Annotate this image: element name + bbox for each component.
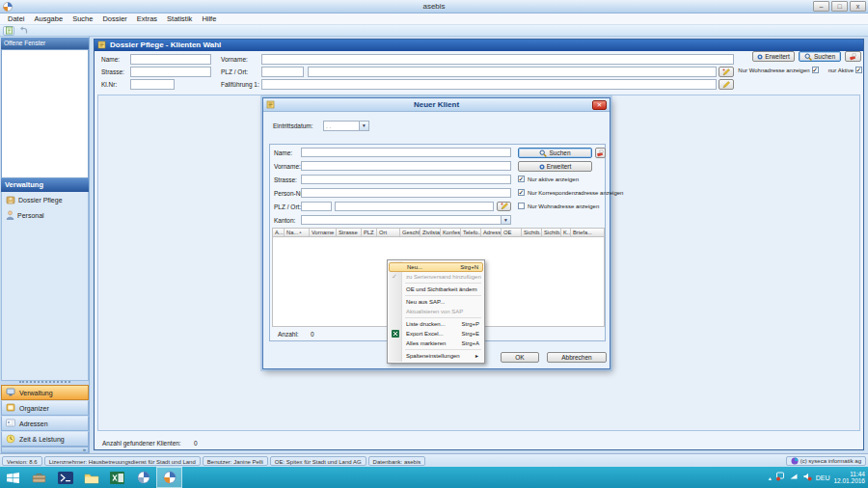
- check-icon: ✓: [519, 190, 525, 196]
- menu-hilfe[interactable]: Hilfe: [197, 14, 221, 23]
- column-header[interactable]: Geschl...: [400, 229, 420, 236]
- column-header[interactable]: Konfes...: [441, 229, 461, 236]
- column-header[interactable]: Vorname: [310, 229, 337, 236]
- checkbox-label: Nur Wohnadresse anzeigen: [528, 203, 599, 209]
- menu-item-spalteneinstellungen[interactable]: Spalteneinstellungen ►: [389, 351, 483, 361]
- menu-item-liste-drucken[interactable]: Liste drucken... Strg+P: [389, 319, 483, 329]
- tray-expand-icon[interactable]: ▴: [769, 474, 772, 481]
- nav-zeit-leistung[interactable]: Zeit & Leistung: [1, 431, 89, 447]
- menu-statistik[interactable]: Statistik: [162, 14, 197, 23]
- menu-item-aktualisieren-sap[interactable]: Aktualisieren von SAP: [389, 307, 483, 316]
- menu-dossier[interactable]: Dossier: [97, 14, 131, 23]
- tray-flag-icon[interactable]: [775, 472, 785, 483]
- menu-item-neu-aus-sap[interactable]: Neu aus SAP...: [389, 297, 483, 307]
- menu-item-serienversand[interactable]: ✓ zu Serienversand hinzufügen: [389, 272, 483, 282]
- abbrechen-button[interactable]: Abbrechen: [547, 352, 607, 363]
- tray-volume-icon[interactable]: [802, 472, 812, 483]
- nav-overflow-button[interactable]: »: [1, 447, 89, 453]
- sidebar-item-dossier-pflege[interactable]: Dossier Pflege: [2, 192, 88, 207]
- column-header[interactable]: Adress...: [481, 229, 502, 236]
- ok-button[interactable]: OK: [501, 352, 539, 363]
- dlg-vorname-input[interactable]: [301, 161, 511, 171]
- sidebar-item-personal[interactable]: Personal: [2, 207, 88, 223]
- dlg-wohnadresse-checkbox[interactable]: Nur Wohnadresse anzeigen: [518, 203, 599, 209]
- tray-network-icon[interactable]: [789, 472, 799, 483]
- menu-item-alles-markieren[interactable]: Alles markieren Strg+A: [389, 339, 483, 348]
- column-header[interactable]: Sichtb...: [522, 229, 542, 236]
- minimize-button[interactable]: –: [813, 1, 829, 12]
- column-header[interactable]: Telefo...: [461, 229, 481, 236]
- column-header[interactable]: K...: [561, 229, 571, 236]
- dialog-close-button[interactable]: ✕: [592, 100, 607, 110]
- dlg-ort-input[interactable]: [335, 202, 494, 211]
- sidebar-splitter[interactable]: [19, 381, 70, 383]
- column-header[interactable]: Ort: [377, 229, 400, 236]
- suchen-button[interactable]: Suchen: [799, 51, 841, 62]
- dlg-plz-input[interactable]: [301, 202, 332, 211]
- column-header[interactable]: Briefa...: [571, 229, 604, 236]
- column-header[interactable]: Strasse: [337, 229, 362, 236]
- dlg-plz-edit-button[interactable]: [497, 202, 511, 211]
- menu-extras[interactable]: Extras: [132, 14, 162, 23]
- column-header[interactable]: OE: [502, 229, 522, 236]
- menu-item-neu[interactable]: Neu... Strg+N: [389, 262, 483, 272]
- column-header[interactable]: A...: [273, 229, 285, 236]
- dlg-nur-aktive-checkbox[interactable]: ✓ Nur aktive anzeigen: [518, 176, 579, 182]
- maximize-button[interactable]: □: [831, 1, 848, 12]
- chevron-down-icon[interactable]: ▾: [501, 216, 510, 224]
- menu-suche[interactable]: Suche: [68, 14, 97, 23]
- language-indicator[interactable]: DEU: [816, 474, 830, 481]
- menu-ausgabe[interactable]: Ausgabe: [30, 14, 68, 23]
- toolbar-new-icon[interactable]: [3, 26, 14, 36]
- fallfuehrung-label: Fallführung 1:: [221, 81, 259, 88]
- ort-input[interactable]: [308, 67, 717, 77]
- nav-verwaltung[interactable]: Verwaltung: [1, 385, 89, 400]
- open-windows-panel[interactable]: [1, 49, 89, 178]
- nav-label: Verwaltung: [19, 390, 53, 396]
- close-button[interactable]: x: [850, 1, 866, 12]
- status-version: Version: 8.6: [2, 456, 42, 466]
- strasse-input[interactable]: [130, 67, 211, 77]
- dlg-name-input[interactable]: [301, 148, 511, 157]
- erweitert-button[interactable]: Erweitert: [752, 51, 795, 62]
- window-title: asebis: [0, 2, 868, 11]
- toolbar-back-icon[interactable]: [17, 26, 29, 36]
- column-header-sorted[interactable]: Na...▴: [285, 229, 310, 236]
- name-input[interactable]: [130, 54, 211, 65]
- vorname-input[interactable]: [261, 54, 734, 65]
- file-explorer-icon[interactable]: [78, 467, 104, 488]
- excel-taskbar-icon[interactable]: [104, 467, 130, 488]
- fallfuehrung-input[interactable]: [261, 79, 717, 90]
- dlg-person-nr-input[interactable]: [301, 188, 511, 198]
- nur-aktive-checkbox[interactable]: nur Aktive ✓: [828, 67, 862, 73]
- clock[interactable]: 11:44 12.01.2016: [833, 471, 865, 484]
- dlg-erweitert-button[interactable]: Erweitert: [518, 161, 592, 172]
- column-header[interactable]: PLZ: [362, 229, 377, 236]
- asebis-taskbar-icon-active[interactable]: [156, 467, 182, 488]
- dlg-clear-button[interactable]: [595, 148, 606, 158]
- column-header[interactable]: Sichtb...: [542, 229, 561, 236]
- eintrittsdatum-combo[interactable]: . . ▾: [323, 121, 369, 131]
- dlg-korrespondenz-checkbox[interactable]: ✓ Nur Korrespondenzadresse anzeigen: [518, 189, 623, 196]
- chevron-down-icon[interactable]: ▾: [359, 122, 368, 130]
- menu-datei[interactable]: Datei: [3, 14, 30, 23]
- asebis-taskbar-icon[interactable]: [130, 467, 156, 488]
- clear-button[interactable]: [845, 51, 861, 62]
- nav-adressen[interactable]: Adressen: [1, 416, 89, 431]
- plz-input[interactable]: [261, 67, 304, 77]
- dlg-kanton-combo[interactable]: ▾: [301, 215, 511, 225]
- nav-organizer[interactable]: Organizer: [1, 400, 89, 416]
- fallfuehrung-edit-button[interactable]: [719, 79, 734, 90]
- wohnadresse-checkbox[interactable]: Nur Wohnadresse anzeigen ✓: [738, 67, 818, 73]
- expand-icon: [539, 164, 545, 170]
- column-header[interactable]: Zivilsta...: [420, 229, 441, 236]
- dlg-strasse-input[interactable]: [301, 175, 511, 184]
- dossier-pflege-icon: [6, 195, 15, 205]
- dlg-suchen-button[interactable]: Suchen: [518, 148, 592, 158]
- powershell-icon[interactable]: [52, 467, 78, 488]
- menu-item-oe-sichtbarkeit[interactable]: OE und Sichtbarkeit ändern: [389, 285, 483, 294]
- klnr-input[interactable]: [130, 79, 175, 90]
- start-button[interactable]: [0, 467, 26, 488]
- menu-item-export-excel[interactable]: Export Excel... Strg+E: [389, 329, 483, 339]
- server-manager-icon[interactable]: [26, 467, 52, 488]
